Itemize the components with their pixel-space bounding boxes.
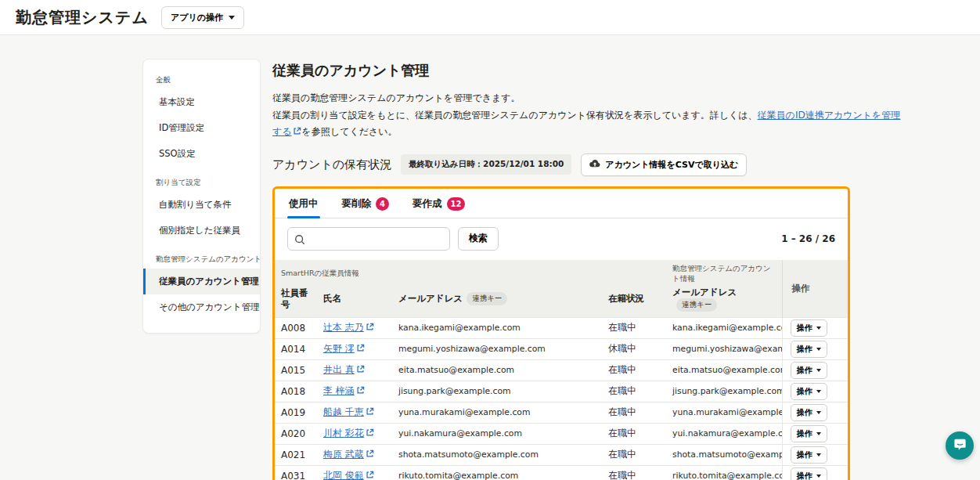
name-cell: 川村 彩花 xyxy=(317,423,392,444)
accounts-table: SmartHRの従業員情報 勤怠管理システムのアカウント情報 操作 社員番号 氏… xyxy=(275,260,848,480)
row-action-button[interactable]: 操作 xyxy=(791,319,827,337)
caret-down-icon xyxy=(816,453,821,457)
tab-count-badge: 4 xyxy=(376,197,389,211)
name-cell: 梅原 武蔵 xyxy=(317,444,392,465)
account-status-header: アカウントの保有状況 最終取り込み日時：2025/12/01 18:00 アカウ… xyxy=(272,153,906,176)
csv-import-button[interactable]: アカウント情報をCSVで取り込む xyxy=(581,153,747,176)
employee-no-cell: A018 xyxy=(275,381,317,402)
caret-down-icon xyxy=(816,348,821,351)
row-action-button[interactable]: 操作 xyxy=(791,383,827,400)
column-header-account-email: メールアドレス連携キー xyxy=(666,285,782,318)
account-email-cell: yuna.murakami@example.com xyxy=(666,402,782,423)
tab-bar: 使用中 要削除 4 要作成 12 xyxy=(275,189,848,218)
sidebar-section-title: 全般 xyxy=(143,69,260,89)
account-email-cell: kana.ikegami@example.com xyxy=(666,317,782,338)
row-action-button[interactable]: 操作 xyxy=(791,362,827,379)
employee-no-cell: A031 xyxy=(275,465,317,480)
tab-to-create[interactable]: 要作成 12 xyxy=(411,189,467,218)
tab-label: 要作成 xyxy=(413,197,442,211)
section-title: アカウントの保有状況 xyxy=(272,157,391,172)
link-key-badge: 連携キー xyxy=(467,292,507,305)
status-cell: 在職中 xyxy=(602,359,666,381)
caret-down-icon xyxy=(229,16,235,20)
accounts-panel: 使用中 要削除 4 要作成 12 検索 1 – 26 / 26 xyxy=(272,186,850,480)
name-cell: 船越 千恵 xyxy=(317,402,392,423)
caret-down-icon xyxy=(816,327,821,330)
app-menu-button[interactable]: アプリの操作 xyxy=(161,6,244,29)
group-header-smarthr: SmartHRの従業員情報 xyxy=(275,260,666,285)
group-header-attendance-system: 勤怠管理システムのアカウント情報 xyxy=(666,260,782,285)
caret-down-icon xyxy=(816,475,821,478)
column-header-action: 操作 xyxy=(782,260,848,318)
employee-name-link[interactable]: 井出 真 xyxy=(323,363,365,377)
tab-in-use[interactable]: 使用中 xyxy=(287,189,320,218)
sidebar-item-basic-settings[interactable]: 基本設定 xyxy=(143,89,260,115)
employee-no-cell: A020 xyxy=(275,423,317,444)
tab-to-delete[interactable]: 要削除 4 xyxy=(340,189,391,218)
sidebar-item-individually-specified-employees[interactable]: 個別指定した従業員 xyxy=(143,218,260,244)
employee-name-link[interactable]: 梅原 武蔵 xyxy=(323,448,374,461)
row-action-button[interactable]: 操作 xyxy=(791,404,827,421)
email-cell: megumi.yoshizawa@example.com xyxy=(392,338,602,359)
sidebar-item-sso-settings[interactable]: SSO設定 xyxy=(143,141,260,167)
table-row: A020 川村 彩花 yui.nakamura@example.com 在職中 … xyxy=(275,423,848,444)
sidebar-item-employee-account-management[interactable]: 従業員のアカウント管理 xyxy=(143,269,260,294)
column-header-email: メールアドレス連携キー xyxy=(392,285,602,318)
external-link-icon xyxy=(366,407,374,418)
page-description: 従業員の勤怠管理システムのアカウントを管理できます。 従業員の割り当て設定をもと… xyxy=(272,90,906,142)
status-cell: 休職中 xyxy=(602,338,666,359)
tab-label: 使用中 xyxy=(289,197,319,211)
row-action-button[interactable]: 操作 xyxy=(791,467,827,480)
action-cell: 操作 xyxy=(782,359,848,381)
page-title: 従業員のアカウント管理 xyxy=(272,61,906,80)
external-link-icon xyxy=(366,449,374,460)
employee-name-link[interactable]: 船越 千恵 xyxy=(323,406,374,419)
csv-button-label: アカウント情報をCSVで取り込む xyxy=(605,159,738,171)
row-action-button[interactable]: 操作 xyxy=(791,446,827,464)
external-link-icon xyxy=(356,386,365,397)
employee-name-link[interactable]: 辻本 志乃 xyxy=(323,321,374,334)
sidebar-item-auto-assign-conditions[interactable]: 自動割り当て条件 xyxy=(143,192,260,218)
sidebar: 全般 基本設定 ID管理設定 SSO設定 割り当て設定 自動割り当て条件 個別指… xyxy=(142,59,261,334)
name-cell: 矢野 澪 xyxy=(317,338,392,359)
sidebar-section-accounts: 勤怠管理システムのアカウント 従業員のアカウント管理 その他のアカウント管理 xyxy=(143,248,260,320)
sidebar-section-title: 割り当て設定 xyxy=(143,171,260,192)
employee-name-link[interactable]: 李 梓涵 xyxy=(323,384,365,398)
search-button[interactable]: 検索 xyxy=(458,227,499,251)
table-row: A008 辻本 志乃 kana.ikegami@example.com 在職中 … xyxy=(275,317,848,338)
account-email-cell: rikuto.tomita@example.com xyxy=(666,465,782,480)
employee-name-link[interactable]: 北岡 俊範 xyxy=(323,469,374,480)
email-cell: yuna.murakami@example.com xyxy=(392,402,602,423)
external-link-icon xyxy=(366,323,374,334)
account-email-cell: jisung.park@example.com xyxy=(666,381,782,402)
status-cell: 在職中 xyxy=(602,381,666,402)
account-email-cell: eita.matsuo@example.com xyxy=(666,359,782,381)
status-cell: 在職中 xyxy=(602,423,666,444)
row-action-button[interactable]: 操作 xyxy=(791,425,827,442)
app-title: 勤怠管理システム xyxy=(16,7,149,28)
email-cell: kana.ikegami@example.com xyxy=(392,317,602,338)
employee-no-cell: A021 xyxy=(275,444,317,465)
employee-name-link[interactable]: 矢野 澪 xyxy=(323,342,365,355)
search-row: 検索 1 – 26 / 26 xyxy=(275,218,848,260)
column-header-status: 在籍状況 xyxy=(602,285,666,318)
employee-name-link[interactable]: 川村 彩花 xyxy=(323,427,374,440)
description-line2-prefix: 従業員の割り当て設定をもとに、従業員の勤怠管理システムのアカウント保有状況を表示… xyxy=(272,110,758,121)
link-key-badge: 連携キー xyxy=(676,298,717,312)
external-link-icon xyxy=(356,365,365,376)
caret-down-icon xyxy=(816,390,821,393)
email-cell: rikuto.tomita@example.com xyxy=(392,465,602,480)
tab-count-badge: 12 xyxy=(447,197,466,211)
status-cell: 在職中 xyxy=(602,444,666,465)
row-action-button[interactable]: 操作 xyxy=(791,341,827,358)
search-input[interactable] xyxy=(287,227,450,251)
sidebar-item-other-account-management[interactable]: その他のアカウント管理 xyxy=(143,294,260,320)
email-cell: yui.nakamura@example.com xyxy=(392,423,602,444)
table-body: A008 辻本 志乃 kana.ikegami@example.com 在職中 … xyxy=(275,317,848,480)
table-row: A018 李 梓涵 jisung.park@example.com 在職中 ji… xyxy=(275,381,848,402)
chat-widget-button[interactable] xyxy=(946,431,974,460)
email-cell: jisung.park@example.com xyxy=(392,381,602,402)
name-cell: 辻本 志乃 xyxy=(317,317,392,338)
sidebar-item-id-management[interactable]: ID管理設定 xyxy=(143,115,260,141)
account-email-cell: shota.matsumoto@example.com xyxy=(666,444,782,465)
